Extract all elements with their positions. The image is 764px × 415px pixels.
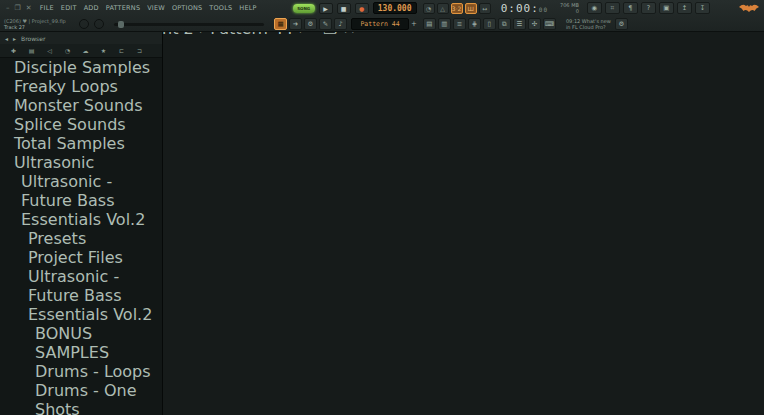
project-label: (C206) ♥ | Project_99.flp Track 27	[4, 18, 74, 31]
record-button[interactable]: ●	[355, 3, 369, 14]
fl-logo-icon	[738, 2, 760, 14]
main-pitch-knob[interactable]	[94, 19, 104, 29]
menu-edit[interactable]: EDIT	[61, 4, 77, 12]
wrench-icon[interactable]: ⚙	[304, 18, 317, 30]
fl-cloud-news[interactable]: 09:12 What's new in FL Cloud Pro?	[566, 18, 611, 30]
mic-icon[interactable]: ¶	[623, 2, 638, 14]
window-controls[interactable]: – ❐ ✕	[6, 4, 32, 12]
project-info-icon[interactable]: ☰	[513, 18, 526, 30]
tree-item-label: Freaky Loops	[14, 77, 118, 96]
sounds-icon[interactable]: ◁	[42, 45, 57, 56]
touch-controller-icon[interactable]: ⌨	[543, 18, 556, 30]
pattern-grid-icon[interactable]: ▦	[274, 18, 287, 30]
tree-folder[interactable]: Drums - Loops	[0, 362, 162, 381]
browser-toolbar: ✚▤◁◔☁★⊏⊐	[0, 44, 162, 58]
menu-add[interactable]: ADD	[84, 4, 99, 12]
tree-item-label: Ultrasonic - Future Bass Essentials Vol.…	[21, 172, 145, 229]
step-edit-icon[interactable]: ↔	[479, 3, 491, 14]
menu-file[interactable]: FILE	[40, 4, 54, 12]
tree-item-label: Project Files	[28, 248, 123, 267]
browser-title: Browser	[21, 35, 45, 42]
memory-readout: 706 MB 0	[560, 2, 579, 14]
tree-item-label: Total Samples	[14, 134, 125, 153]
tree-folder[interactable]: Drums - One Shots	[0, 381, 162, 415]
pattern-selector[interactable]: Pattern 44	[351, 18, 409, 30]
metronome-icon[interactable]: △	[437, 3, 449, 14]
tree-folder[interactable]: Splice Sounds	[0, 115, 162, 134]
tree-folder[interactable]: BONUS SAMPLES	[0, 324, 162, 362]
wait-icon[interactable]: ◔	[423, 3, 435, 14]
recent-icon[interactable]: ◔	[60, 45, 75, 56]
typing-keyboard-icon[interactable]: ⌗	[605, 2, 620, 14]
stop-button[interactable]: ■	[337, 3, 351, 14]
main-toolbar: – ❐ ✕ FILEEDITADDPATTERNSVIEWOPTIONSTOOL…	[0, 0, 764, 32]
tree-folder[interactable]: Ultrasonic	[0, 153, 162, 172]
tree-item-label: Ultrasonic - Future Bass Essentials Vol.…	[28, 267, 152, 324]
menu-options[interactable]: OPTIONS	[172, 4, 202, 12]
tree-folder[interactable]: Freaky Loops	[0, 77, 162, 96]
tree-folder[interactable]: Total Samples	[0, 134, 162, 153]
browser-forward-icon[interactable]: ▸	[13, 35, 16, 42]
download-icon[interactable]: ↧	[695, 2, 710, 14]
files-icon[interactable]: ▤	[24, 45, 39, 56]
collapse-icon[interactable]: ⊏	[114, 45, 129, 56]
playlist-window-icon[interactable]: ▤	[423, 18, 436, 30]
tree-folder[interactable]: Ultrasonic - Future Bass Essentials Vol.…	[0, 172, 162, 229]
tree-folder[interactable]: Project Files	[0, 248, 162, 267]
transport-controls: SONG ▶ ■ ● 130.000	[293, 2, 417, 14]
brush-icon[interactable]: ✎	[319, 18, 332, 30]
folder-icon[interactable]: ⊐	[132, 45, 147, 56]
cloud-icon[interactable]: ☁	[78, 45, 93, 56]
add-pattern-icon[interactable]: +	[411, 20, 417, 28]
loop-record-icon[interactable]: Ш	[465, 3, 477, 14]
browser-window-icon[interactable]: ▯	[483, 18, 496, 30]
help-icon[interactable]: ?	[641, 2, 656, 14]
tree-item-label: Presets	[28, 229, 86, 248]
minimize-icon[interactable]: –	[6, 4, 10, 12]
shuffle-slider[interactable]	[114, 23, 264, 26]
mixer-icon[interactable]: ⋕	[468, 18, 481, 30]
tree-folder[interactable]: Ultrasonic - Future Bass Essentials Vol.…	[0, 267, 162, 324]
tree-item-label: Drums - One Shots	[35, 381, 136, 415]
favorites-icon[interactable]: ★	[96, 45, 111, 56]
menu-view[interactable]: VIEW	[147, 4, 165, 12]
tap-tempo-icon[interactable]: ✣	[528, 18, 541, 30]
menu-patterns[interactable]: PATTERNS	[106, 4, 140, 12]
one-click-record-icon[interactable]: ◉	[587, 2, 602, 14]
tree-item-label: Disciple Samples	[14, 58, 150, 77]
browser-back-icon[interactable]: ◂	[5, 35, 8, 42]
menu-tools[interactable]: TOOLS	[209, 4, 232, 12]
channel-rack-icon[interactable]: ≡	[453, 18, 466, 30]
bell-icon[interactable]: ♪	[334, 18, 347, 30]
settings-gear-icon[interactable]: ⚙	[615, 18, 628, 30]
browser-tree: Disciple SamplesFreaky LoopsMonster Soun…	[0, 58, 162, 415]
tree-folder[interactable]: Presets	[0, 229, 162, 248]
close-icon[interactable]: ✕	[26, 4, 32, 12]
add-plugin-icon[interactable]: ✚	[6, 45, 21, 56]
main-volume-knob[interactable]	[79, 19, 89, 29]
tree-item-label: Drums - Loops	[35, 362, 151, 381]
browser-panel: ◂ ▸ Browser ✚▤◁◔☁★⊏⊐ Disciple SamplesFre…	[0, 32, 163, 415]
restore-icon[interactable]: ❐	[15, 4, 21, 12]
tree-folder[interactable]: Monster Sounds	[0, 96, 162, 115]
export-icon[interactable]: ↥	[677, 2, 692, 14]
time-display[interactable]: 0:00:00	[501, 2, 548, 15]
tree-item-label: Splice Sounds	[14, 115, 126, 134]
arrow-tool-icon[interactable]: ➜	[289, 18, 302, 30]
tempo-display[interactable]: 130.000	[373, 2, 417, 14]
tree-item-label: BONUS SAMPLES	[35, 324, 109, 362]
play-button[interactable]: ▶	[319, 3, 333, 14]
save-icon[interactable]: ▣	[659, 2, 674, 14]
menu-help[interactable]: HELP	[239, 4, 256, 12]
tree-folder[interactable]: Disciple Samples	[0, 58, 162, 77]
tree-item-label: Ultrasonic	[14, 153, 94, 172]
tree-item-label: Monster Sounds	[14, 96, 143, 115]
menu-bar: FILEEDITADDPATTERNSVIEWOPTIONSTOOLSHELP	[40, 4, 257, 12]
plugin-picker-icon[interactable]: ⧉	[498, 18, 511, 30]
piano-roll-icon[interactable]: ▥	[438, 18, 451, 30]
countdown-icon[interactable]: 3·2	[451, 3, 463, 14]
song-mode-toggle[interactable]: SONG	[293, 4, 315, 13]
